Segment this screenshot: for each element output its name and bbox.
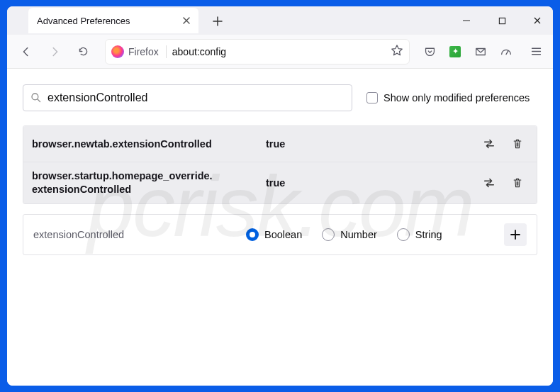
inbox-icon[interactable]: [474, 45, 488, 59]
trash-icon: [512, 177, 523, 189]
toggle-icon: [483, 177, 495, 189]
pref-row: browser.startup.homepage_override. exten…: [23, 162, 537, 203]
trash-icon: [512, 138, 523, 150]
svg-rect-0: [499, 18, 505, 23]
pref-name: browser.newtab.extensionControlled: [32, 138, 259, 151]
url-bar[interactable]: Firefox: [105, 39, 410, 65]
radio-icon: [397, 228, 410, 241]
pref-value: true: [266, 177, 471, 189]
radio-icon: [246, 228, 259, 241]
pref-row: browser.newtab.extensionControlled true: [23, 126, 537, 162]
add-pref-section: extensionControlled Boolean Number Strin…: [23, 214, 537, 255]
window-controls: [457, 6, 547, 35]
config-search-input[interactable]: [47, 91, 345, 104]
gauge-icon[interactable]: [499, 45, 513, 59]
type-radios: Boolean Number String: [246, 228, 497, 241]
reload-button[interactable]: [71, 40, 95, 64]
radio-boolean[interactable]: Boolean: [246, 228, 302, 241]
tab-title: Advanced Preferences: [37, 16, 130, 26]
firefox-logo-icon: [111, 45, 124, 58]
delete-button[interactable]: [507, 133, 528, 155]
radio-label: Boolean: [264, 229, 302, 240]
nav-toolbar: Firefox ✦: [7, 35, 553, 69]
toggle-button[interactable]: [478, 133, 500, 155]
new-tab-button[interactable]: [208, 12, 227, 30]
delete-button[interactable]: [507, 172, 528, 194]
about-config-content: Show only modified preferences browser.n…: [7, 69, 553, 386]
prefs-list: browser.newtab.extensionControlled true …: [23, 125, 537, 204]
back-button[interactable]: [14, 40, 38, 64]
url-input[interactable]: [172, 46, 385, 57]
radio-label: String: [415, 229, 442, 240]
titlebar: Advanced Preferences: [7, 6, 553, 35]
show-modified-label: Show only modified preferences: [383, 92, 530, 103]
svg-point-1: [32, 94, 38, 100]
radio-number[interactable]: Number: [322, 228, 377, 241]
pocket-icon[interactable]: [422, 45, 437, 59]
extension-icon[interactable]: ✦: [448, 45, 462, 59]
tab-advanced-preferences[interactable]: Advanced Preferences: [28, 8, 198, 33]
forward-button[interactable]: [43, 40, 67, 64]
add-pref-name: extensionControlled: [33, 229, 239, 240]
bookmark-star-icon[interactable]: [391, 44, 403, 60]
pref-name: browser.startup.homepage_override. exten…: [32, 169, 259, 196]
search-icon: [30, 92, 42, 103]
radio-label: Number: [340, 229, 377, 240]
checkbox-icon: [366, 92, 378, 103]
close-window-button[interactable]: [527, 11, 547, 30]
toolbar-right-icons: ✦: [420, 45, 546, 59]
toggle-button[interactable]: [478, 172, 500, 194]
add-pref-row: extensionControlled Boolean Number Strin…: [23, 215, 537, 254]
pref-value: true: [266, 138, 471, 150]
identity-label: Firefox: [128, 46, 159, 57]
add-button[interactable]: [504, 223, 527, 246]
radio-icon: [322, 228, 335, 241]
identity-box[interactable]: Firefox: [111, 45, 167, 58]
config-search-box[interactable]: [23, 84, 352, 111]
plus-icon: [510, 230, 520, 240]
radio-string[interactable]: String: [397, 228, 442, 241]
menu-button[interactable]: [529, 45, 543, 59]
maximize-button[interactable]: [492, 11, 512, 30]
browser-window: Advanced Preferences: [7, 6, 553, 386]
show-modified-checkbox[interactable]: Show only modified preferences: [366, 92, 530, 103]
minimize-button[interactable]: [457, 11, 476, 30]
search-row: Show only modified preferences: [23, 84, 537, 111]
toggle-icon: [483, 138, 495, 150]
close-tab-icon[interactable]: [180, 14, 193, 27]
